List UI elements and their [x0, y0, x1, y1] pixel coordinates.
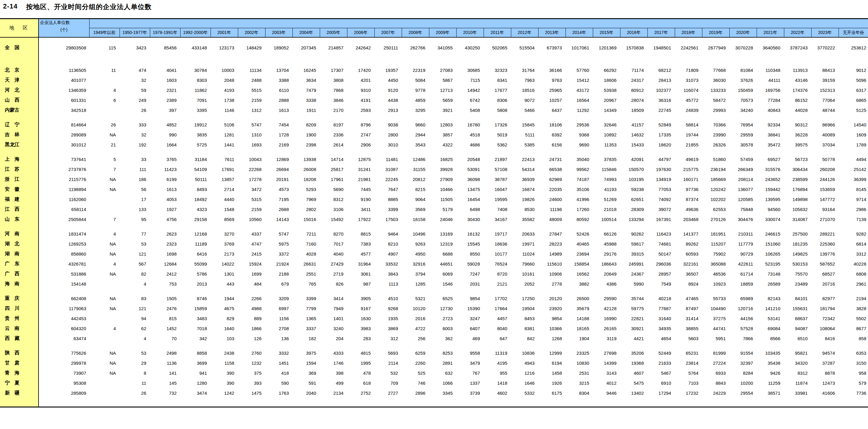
value-cell: 7647: [374, 184, 402, 194]
value-cell: 401077: [38, 75, 89, 85]
value-cell: 4907: [374, 249, 402, 259]
value-cell: 1216: [511, 368, 538, 378]
region-label: 西藏: [5, 335, 20, 342]
value-cell: 289221: [811, 229, 839, 239]
total-header-line2: (个): [39, 26, 89, 33]
value-cell: 94574: [811, 348, 839, 358]
value-cell: 28413: [647, 75, 675, 85]
value-cell: 17961: [320, 174, 347, 184]
value-cell: 69084: [757, 324, 784, 333]
column-header: 2003年: [265, 28, 292, 38]
value-cell: 260208: [811, 164, 839, 174]
value-cell: 7115: [456, 75, 484, 85]
value-cell: 23325: [565, 348, 593, 358]
column-header: 2005年: [320, 28, 347, 38]
value-cell: 3882: [565, 279, 593, 289]
value-cell: 14188: [565, 314, 593, 324]
value-cell: 2498: [150, 348, 180, 358]
value-cell: 12713: [429, 85, 456, 95]
value-cell: 117779: [730, 239, 757, 249]
value-cell: 3150: [839, 358, 868, 368]
value-cell: 587652: [811, 259, 839, 269]
value-cell: 31155: [402, 164, 429, 174]
value-cell: 22035: [538, 184, 565, 194]
value-cell: 14632: [620, 130, 647, 140]
value-cell: 29: [120, 358, 150, 368]
value-cell: 3215: [565, 378, 593, 388]
spacer-row: [0, 150, 868, 154]
value-cell: 4438: [374, 95, 402, 105]
value-cell: 9854: [538, 314, 565, 324]
value-cell: 1728: [265, 130, 292, 140]
value-cell: 189052: [265, 43, 292, 53]
value-cell: 3388: [265, 75, 292, 85]
value-cell: 21897: [484, 154, 511, 164]
value-cell: 7383: [347, 239, 374, 249]
column-header: 2012年: [511, 28, 538, 38]
value-cell: 116074: [675, 85, 702, 95]
value-cell: 74092: [647, 194, 675, 204]
table-row: 湖南858860NA121169864162173241533724028404…: [0, 249, 868, 259]
region-cell: 福建: [0, 194, 38, 204]
value-cell: 30578: [730, 140, 757, 150]
value-cell: 155631: [784, 303, 811, 314]
value-cell: 815: [150, 314, 180, 324]
value-cell: 2321: [150, 85, 180, 95]
value-cell: 17677: [484, 85, 511, 95]
value-cell: 1158: [211, 358, 238, 368]
value-cell: 4041: [150, 65, 180, 75]
value-cell: 2723: [429, 314, 456, 324]
table-row: 江西65811413319274323154821592688280231063…: [0, 204, 868, 214]
value-cell: 86152: [784, 95, 811, 105]
column-header: 2019年: [702, 28, 730, 38]
value-cell: 17326: [484, 120, 511, 130]
value-cell: 10496: [402, 229, 429, 239]
value-cell: 250111: [374, 43, 402, 53]
table-row: 山西60133162492389709117382159288833383846…: [0, 95, 868, 105]
value-cell: 8306: [484, 95, 511, 105]
value-cell: [89, 204, 120, 214]
value-cell: 62651: [620, 194, 647, 204]
value-cell: 7963: [511, 75, 538, 85]
value-cell: 80592: [565, 214, 593, 224]
value-cell: 1365: [292, 314, 320, 324]
value-cell: 9282: [839, 229, 868, 239]
value-cell: 530153: [784, 259, 811, 269]
value-cell: 4457: [484, 314, 511, 324]
value-cell: 40465: [565, 239, 593, 249]
value-cell: 34167: [484, 214, 511, 224]
value-cell: 12168: [180, 229, 211, 239]
value-cell: 28223: [538, 239, 565, 249]
value-cell: 104490: [702, 303, 730, 314]
value-cell: 182: [292, 333, 320, 343]
value-cell: 53: [120, 239, 150, 249]
value-cell: 4607: [620, 368, 647, 378]
value-cell: 1927: [150, 204, 180, 214]
value-cell: 62989: [538, 174, 565, 184]
value-cell: 2913: [374, 105, 402, 115]
value-cell: 9854: [456, 294, 484, 303]
value-cell: 9660: [402, 120, 429, 130]
value-cell: 1546: [429, 279, 456, 289]
value-cell: 7211: [292, 229, 320, 239]
value-cell: 150459: [730, 85, 757, 95]
value-cell: 2016: [402, 314, 429, 324]
value-cell: 1268: [538, 333, 565, 343]
value-cell: 4191: [347, 95, 374, 105]
value-cell: 40228: [839, 259, 868, 269]
value-cell: 20649: [593, 269, 620, 279]
value-cell: 33532: [374, 259, 402, 269]
value-cell: 10161: [511, 269, 538, 279]
value-cell: 18636: [484, 239, 511, 249]
value-cell: 12473: [811, 378, 839, 388]
value-cell: 2159: [238, 204, 265, 214]
value-cell: 6175: [538, 388, 565, 398]
value-cell: 2134: [320, 388, 347, 398]
value-cell: 210311: [730, 229, 757, 239]
value-cell: 1570838: [620, 43, 647, 53]
table-body: 全国29803508115342385456433148123173148429…: [0, 37, 868, 406]
value-cell: 8312: [320, 194, 347, 204]
value-cell: 37626: [730, 75, 757, 85]
value-cell: 32323: [484, 65, 511, 75]
value-cell: 3843: [374, 269, 402, 279]
